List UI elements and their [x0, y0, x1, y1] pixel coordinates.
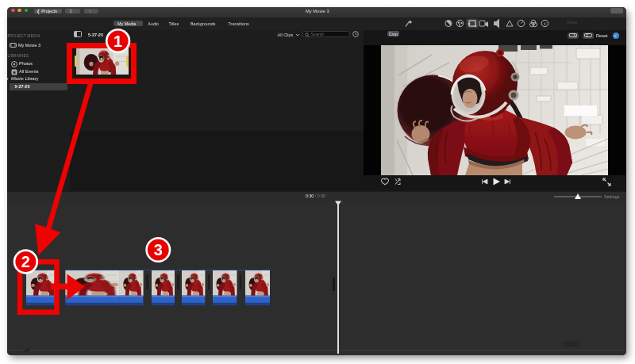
svg-text:1: 1 [114, 33, 122, 50]
svg-text:2: 2 [21, 253, 30, 270]
svg-text:3: 3 [154, 241, 163, 259]
